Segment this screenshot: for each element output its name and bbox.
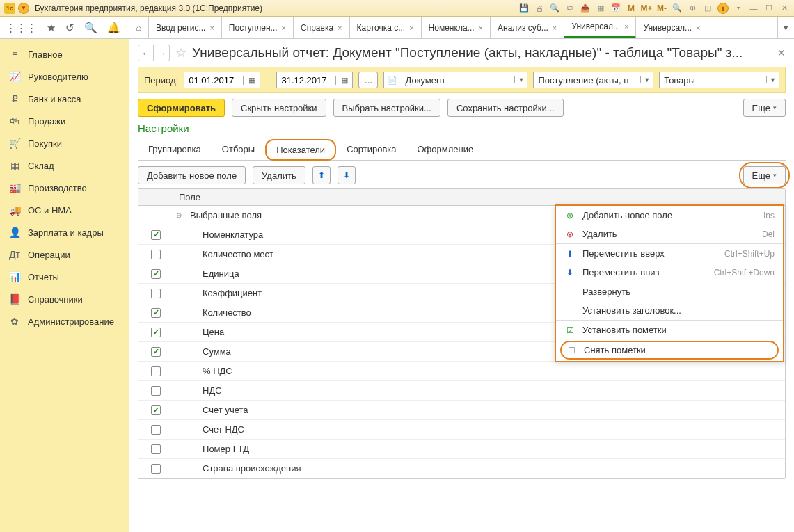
row-checkbox[interactable] [151, 230, 161, 240]
tab-close-icon[interactable]: × [696, 24, 700, 32]
grid-row[interactable]: Номер ГТД [138, 440, 785, 459]
row-checkbox[interactable] [151, 250, 161, 259]
chevron-down-icon[interactable]: ▼ [514, 76, 527, 83]
sidebar-item[interactable]: 🚚ОС и НМА [0, 199, 129, 221]
tab-close-icon[interactable]: × [553, 24, 557, 32]
favorite-star-icon[interactable]: ☆ [175, 45, 186, 61]
doc-select[interactable]: Поступление (акты, н ▼ [533, 72, 653, 88]
sidebar-item[interactable]: ≡Главное [0, 43, 129, 65]
choose-settings-button[interactable]: Выбрать настройки... [333, 99, 440, 117]
fields-more-button[interactable]: Еще [743, 166, 786, 184]
sidebar-item[interactable]: ✿Администрирование [0, 310, 129, 332]
row-checkbox[interactable] [151, 386, 161, 396]
settings-tab[interactable]: Оформление [407, 139, 484, 161]
m-button[interactable]: M [626, 3, 637, 14]
tab[interactable]: Анализ суб...× [491, 17, 564, 38]
close-window-button[interactable]: ✕ [779, 3, 790, 14]
tab[interactable]: Универсал...× [564, 17, 636, 38]
settings-tab[interactable]: Сортировка [336, 139, 406, 161]
tab[interactable]: Карточка с...× [350, 17, 422, 38]
compare-icon[interactable]: ⧉ [564, 3, 575, 14]
tab-close-icon[interactable]: × [409, 24, 413, 32]
grid-row[interactable]: НДС [138, 381, 785, 401]
table-select[interactable]: Товары ▼ [659, 72, 779, 88]
sidebar-item[interactable]: ₽Банк и касса [0, 88, 129, 110]
tab-close-icon[interactable]: × [338, 24, 342, 32]
tab[interactable]: Ввод регис...× [149, 17, 222, 38]
hide-settings-button[interactable]: Скрыть настройки [232, 99, 326, 117]
search-icon[interactable]: 🔍 [672, 3, 683, 14]
notifications-icon[interactable]: 🔔 [107, 22, 120, 34]
main-menu-dropdown[interactable]: ▼ [18, 3, 29, 14]
menu-item[interactable]: ⬆Переместить вверхCtrl+Shift+Up [556, 243, 783, 263]
more-button[interactable]: Еще [743, 99, 786, 117]
row-checkbox[interactable] [151, 464, 161, 474]
apps-icon[interactable]: ⋮⋮⋮ [6, 22, 37, 34]
tab-close-icon[interactable]: × [479, 24, 483, 32]
maximize-button[interactable]: ☐ [763, 3, 775, 14]
row-checkbox[interactable] [151, 328, 161, 337]
date-to-field[interactable] [277, 75, 335, 86]
delete-field-button[interactable]: Удалить [253, 166, 305, 184]
tab-close-icon[interactable]: × [624, 22, 628, 31]
menu-item[interactable]: ☑Установить пометки [556, 320, 783, 339]
type-select[interactable]: 📄 Документ ▼ [383, 72, 527, 88]
page-close-button[interactable]: ✕ [777, 47, 786, 58]
history-icon[interactable]: ↺ [65, 22, 74, 34]
sidebar-item[interactable]: 🏭Производство [0, 177, 129, 199]
move-down-button[interactable]: ⬇ [338, 166, 356, 184]
row-checkbox[interactable] [151, 444, 161, 454]
save-settings-button[interactable]: Сохранить настройки... [447, 99, 564, 117]
minimize-button[interactable]: — [748, 3, 759, 14]
collapse-icon[interactable]: ⊖ [173, 211, 184, 219]
calendar1-icon[interactable]: ▦ [595, 3, 606, 14]
period-picker-button[interactable]: ... [358, 72, 378, 88]
sidebar-item[interactable]: 📕Справочники [0, 288, 129, 310]
chevron-down-icon[interactable]: ▼ [766, 76, 779, 83]
panels-icon[interactable]: ◫ [702, 3, 713, 14]
save-icon[interactable]: 💾 [518, 3, 530, 14]
sidebar-item[interactable]: 👤Зарплата и кадры [0, 221, 129, 243]
calendar-icon[interactable]: ▦ [243, 76, 260, 85]
m-minus-button[interactable]: M- [656, 3, 667, 14]
info-icon[interactable]: i [717, 3, 729, 14]
menu-item[interactable]: Развернуть [556, 282, 783, 301]
move-up-button[interactable]: ⬆ [312, 166, 331, 184]
sidebar-item[interactable]: 🛒Покупки [0, 132, 129, 154]
nav-forward-button[interactable]: → [154, 45, 169, 61]
sidebar-item[interactable]: 📈Руководителю [0, 65, 129, 88]
grid-row[interactable]: Счет учета [138, 401, 785, 420]
export-icon[interactable]: 📤 [580, 3, 591, 14]
grid-row[interactable]: % НДС [138, 362, 785, 381]
row-checkbox[interactable] [151, 308, 161, 318]
tabs-more[interactable]: ▾ [777, 17, 794, 38]
find-icon[interactable]: 🔍 [84, 22, 97, 34]
info-dropdown-icon[interactable]: ▾ [733, 3, 744, 14]
sidebar-item[interactable]: ДтОперации [0, 243, 129, 266]
menu-item[interactable]: ☐Снять пометки [562, 342, 777, 358]
grid-row[interactable]: Страна происхождения [138, 459, 785, 478]
tab[interactable]: Универсал...× [636, 17, 708, 38]
sidebar-item[interactable]: 📊Отчеты [0, 266, 129, 288]
form-button[interactable]: Сформировать [138, 99, 225, 117]
tab-close-icon[interactable]: × [282, 24, 286, 32]
row-checkbox[interactable] [151, 425, 161, 435]
menu-item[interactable]: Установить заголовок... [556, 301, 783, 320]
chevron-down-icon[interactable]: ▼ [640, 76, 653, 83]
menu-item[interactable]: ⊗УдалитьDel [556, 225, 783, 243]
row-checkbox[interactable] [151, 405, 161, 415]
row-checkbox[interactable] [151, 347, 161, 357]
preview-icon[interactable]: 🔍 [549, 3, 560, 14]
tab[interactable]: Поступлен...× [222, 17, 294, 38]
tab-close-icon[interactable]: × [209, 24, 214, 32]
grid-row[interactable]: Счет НДС [138, 420, 785, 440]
menu-item[interactable]: ⬇Переместить внизCtrl+Shift+Down [556, 263, 783, 282]
settings-tab[interactable]: Показатели [265, 139, 336, 161]
date-to-input[interactable]: ▦ [276, 72, 353, 88]
row-checkbox[interactable] [151, 366, 161, 376]
tab[interactable]: Справка× [294, 17, 350, 38]
row-checkbox[interactable] [151, 269, 161, 279]
favorites-icon[interactable]: ★ [47, 22, 56, 34]
date-from-field[interactable] [184, 75, 243, 86]
tab[interactable]: Номенкла...× [422, 17, 491, 38]
